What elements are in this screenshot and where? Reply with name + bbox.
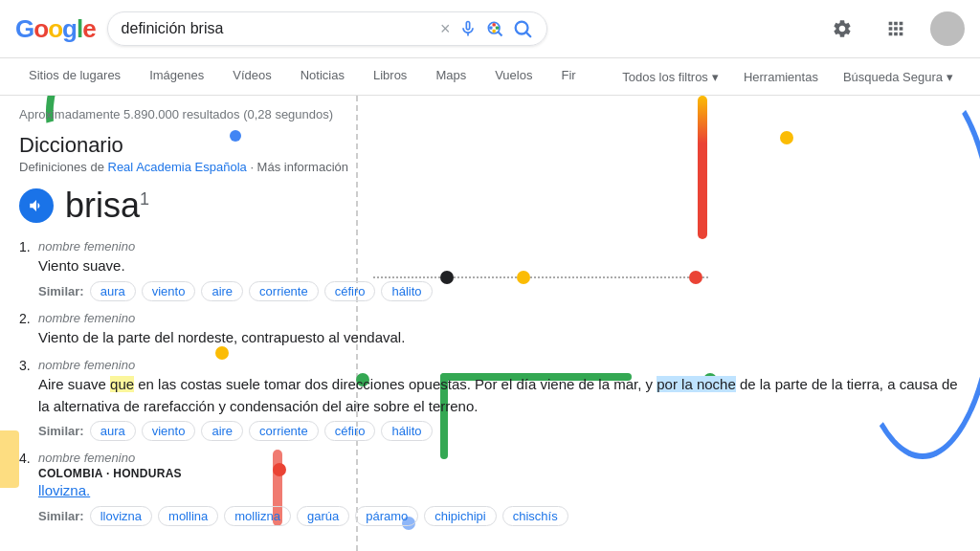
highlight-por-la-noche: por la noche [657,376,736,392]
apps-button[interactable] [877,10,915,48]
logo-e: e [82,14,95,43]
audio-button[interactable] [19,188,54,223]
def-text-2: Viento de la parte del nordeste, contrap… [38,327,961,349]
safe-search-button[interactable]: Búsqueda Segura ▾ [832,62,965,92]
word-header: brisa1 [19,186,961,226]
similar-paramo-4[interactable]: páramo [355,506,418,526]
dictionary-title: Diccionario [19,133,961,158]
results-count: Aproximadamente 5.890.000 resultados (0,… [19,107,961,121]
highlight-que: que [110,376,134,392]
tab-videos[interactable]: Vídeos [219,58,284,95]
def-text-1: Viento suave. [38,255,961,277]
word-superscript: 1 [140,189,149,209]
similar-row-3: Similar: aura viento aire corriente céfi… [38,421,961,441]
search-button[interactable] [512,18,533,39]
word-display: brisa1 [65,186,149,226]
tab-libros[interactable]: Libros [360,58,420,95]
logo-o1: o [33,14,48,43]
similar-viento-1[interactable]: viento [142,281,196,301]
nav-tabs: Sitios de lugares Imágenes Vídeos Notici… [0,58,980,96]
def-type-4: nombre femenino [38,451,961,465]
safe-search-chevron-icon: ▾ [947,70,953,84]
apps-icon [885,18,906,39]
search-icon [512,18,533,39]
mic-button[interactable] [458,19,478,38]
lens-button[interactable] [485,19,504,38]
svg-line-7 [526,33,530,36]
similar-viento-3[interactable]: viento [142,421,196,441]
similar-label-1: Similar: [38,284,84,298]
def-type-3: nombre femenino [38,358,961,372]
logo-o2: o [48,14,62,43]
logo-g: G [15,14,33,43]
source-link[interactable]: Real Academia Española [108,160,247,174]
similar-aura-3[interactable]: aura [90,421,136,441]
similar-cefiro-1[interactable]: céfiro [324,281,376,301]
svg-rect-4 [489,27,492,30]
tab-noticias[interactable]: Noticias [287,58,358,95]
chevron-down-icon: ▾ [712,70,719,84]
avatar[interactable] [930,11,965,46]
speaker-icon [28,197,45,214]
region-label: COLOMBIA · HONDURAS [38,467,961,480]
def-type-2: nombre femenino [38,311,961,325]
similar-label-3: Similar: [38,424,84,438]
svg-rect-1 [492,23,495,26]
similar-label-4: Similar: [38,509,84,523]
similar-row-4: Similar: llovizna mollina mollizna garúa… [38,506,961,526]
definition-1: nombre femenino Viento suave. Similar: a… [38,239,961,301]
header: Google definición brisa × [0,0,980,58]
lens-icon [485,19,504,38]
definition-3: nombre femenino Aire suave que en las co… [38,358,961,441]
def-type-1: nombre femenino [38,239,961,253]
svg-rect-3 [492,30,495,33]
similar-aire-1[interactable]: aire [201,281,243,301]
main-content: Aproximadamente 5.890.000 resultados (0,… [0,96,980,551]
tab-imagenes[interactable]: Imágenes [136,58,217,95]
def-text-3: Aire suave que en las costas suele tomar… [38,374,961,417]
subword-link[interactable]: llovizna. [38,482,90,498]
source-more: · Más información [250,160,348,174]
definition-4: nombre femenino COLOMBIA · HONDURAS llov… [38,451,961,526]
similar-mollizna-4[interactable]: mollizna [224,506,291,526]
logo-g2: g [62,14,77,43]
similar-llovizna-4[interactable]: llovizna [90,506,152,526]
svg-rect-2 [495,27,498,30]
gear-icon [832,18,853,39]
header-icons [823,10,965,48]
similar-chischis-4[interactable]: chischís [502,506,568,526]
tools-button[interactable]: Herramientas [732,62,830,92]
definition-2: nombre femenino Viento de la parte del n… [38,311,961,349]
similar-aura-1[interactable]: aura [90,281,136,301]
google-logo[interactable]: Google [15,14,96,44]
mic-icon [458,19,478,38]
similar-row-1: Similar: aura viento aire corriente céfi… [38,281,961,301]
tab-maps[interactable]: Maps [422,58,479,95]
search-input[interactable]: definición brisa [122,20,433,37]
definitions-list: nombre femenino Viento suave. Similar: a… [19,239,961,526]
dictionary-source: Definiciones de Real Academia Española ·… [19,160,961,174]
source-prefix: Definiciones de [19,160,108,174]
similar-chipichipi-4[interactable]: chipichipi [424,506,496,526]
settings-button[interactable] [823,10,861,48]
tab-fir[interactable]: Fir [547,58,589,95]
all-filters-button[interactable]: Todos los filtros ▾ [611,62,730,92]
def-text-4: llovizna. [38,480,961,502]
svg-line-5 [498,32,501,35]
clear-button[interactable]: × [440,19,451,39]
similar-mollina-4[interactable]: mollina [158,506,218,526]
safe-search-label: Búsqueda Segura [843,70,943,84]
similar-aire-3[interactable]: aire [201,421,243,441]
search-box: definición brisa × [107,11,547,46]
tab-vuelos[interactable]: Vuelos [481,58,546,95]
similar-halito-1[interactable]: hálito [381,281,432,301]
similar-cefiro-3[interactable]: céfiro [324,421,376,441]
similar-halito-3[interactable]: hálito [381,421,432,441]
all-filters-label: Todos los filtros [622,70,708,84]
word-text: brisa [65,186,140,225]
similar-corriente-1[interactable]: corriente [249,281,319,301]
similar-garua-4[interactable]: garúa [297,506,349,526]
clear-icon: × [440,19,451,39]
tab-sitios[interactable]: Sitios de lugares [15,58,134,95]
similar-corriente-3[interactable]: corriente [249,421,319,441]
